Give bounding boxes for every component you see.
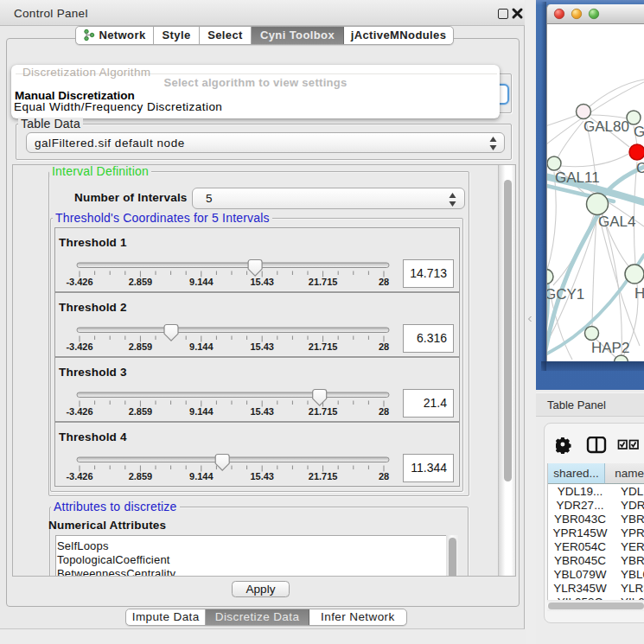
svg-text:C: C (636, 160, 644, 176)
svg-text:GA: GA (634, 124, 644, 140)
svg-text:GAL4: GAL4 (598, 214, 635, 230)
svg-text:GAL11: GAL11 (555, 169, 600, 186)
svg-text:HAP2: HAP2 (591, 340, 629, 356)
svg-text:GCY1: GCY1 (547, 286, 584, 303)
svg-text:GAL80: GAL80 (583, 118, 629, 135)
svg-text:H: H (634, 285, 644, 302)
